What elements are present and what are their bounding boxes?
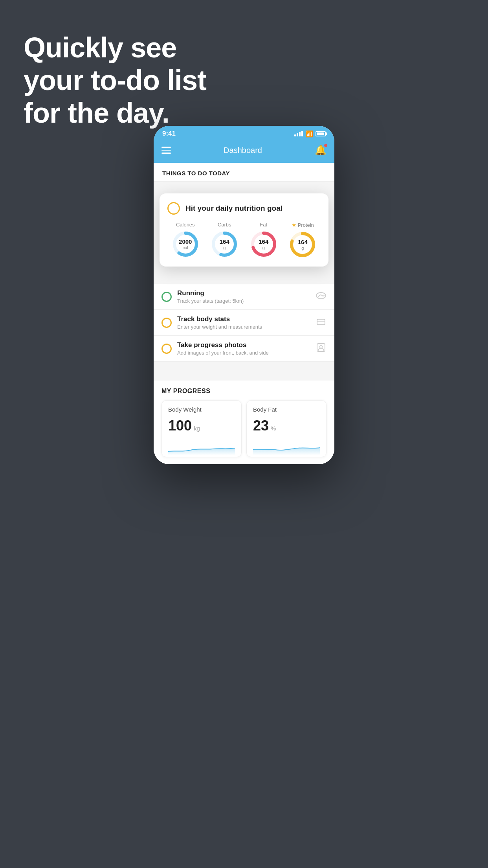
- person-icon: [316, 342, 327, 355]
- todo-title-photos: Take progress photos: [177, 341, 310, 349]
- notification-button[interactable]: 🔔: [315, 145, 327, 156]
- task-circle-nutrition: [167, 202, 180, 215]
- fat-donut: 164 g: [250, 230, 278, 258]
- status-icons: 📶: [294, 130, 326, 138]
- spacer: [154, 362, 334, 376]
- phone-frame: 9:41 📶 Dashboard 🔔: [154, 126, 334, 464]
- protein-donut: 164 g: [288, 230, 317, 259]
- todo-item-running[interactable]: Running Track your stats (target: 5km): [154, 284, 334, 310]
- nutrition-card: Hit your daily nutrition goal Calories: [160, 193, 328, 267]
- body-fat-unit: %: [271, 425, 276, 432]
- nutrition-card-title: Hit your daily nutrition goal: [185, 204, 283, 213]
- carbs-donut: 164 g: [210, 230, 238, 258]
- progress-section-title: MY PROGRESS: [161, 388, 327, 395]
- star-icon: ★: [292, 222, 297, 228]
- todo-list: Running Track your stats (target: 5km) T…: [154, 284, 334, 362]
- app-header: Dashboard 🔔: [154, 140, 334, 163]
- wifi-icon: 📶: [305, 130, 313, 138]
- nutrition-carbs: Carbs 164 g: [210, 222, 238, 259]
- status-time: 9:41: [162, 130, 176, 138]
- body-fat-value: 23: [253, 417, 269, 434]
- hero-text: Quickly see your to-do list for the day.: [24, 31, 206, 129]
- body-weight-label: Body Weight: [168, 406, 235, 413]
- body-weight-value: 100: [168, 417, 192, 434]
- fat-sparkline: [253, 440, 320, 455]
- calories-donut: 2000 cal: [171, 230, 200, 258]
- status-bar: 9:41 📶: [154, 126, 334, 140]
- things-to-do-header: THINGS TO DO TODAY: [154, 163, 334, 182]
- todo-title-body-stats: Track body stats: [177, 315, 310, 323]
- todo-subtitle-running: Track your stats (target: 5km): [177, 298, 310, 304]
- nutrition-calories: Calories 2000 cal: [171, 222, 200, 259]
- todo-subtitle-body-stats: Enter your weight and measurements: [177, 324, 310, 330]
- nutrition-goals: Calories 2000 cal: [167, 222, 321, 259]
- signal-icon: [294, 131, 303, 136]
- todo-circle-photos: [161, 344, 172, 354]
- menu-button[interactable]: [161, 147, 171, 154]
- progress-card-fat: Body Fat 23 %: [246, 400, 327, 457]
- notification-badge: [324, 143, 328, 147]
- todo-item-photos[interactable]: Take progress photos Add images of your …: [154, 336, 334, 362]
- body-fat-label: Body Fat: [253, 406, 320, 413]
- svg-point-12: [320, 345, 323, 348]
- scale-icon: [316, 316, 327, 329]
- nutrition-fat: Fat 164 g: [250, 222, 278, 259]
- todo-item-body-stats[interactable]: Track body stats Enter your weight and m…: [154, 310, 334, 336]
- weight-sparkline: [168, 440, 235, 455]
- battery-icon: [316, 131, 326, 136]
- content-area: THINGS TO DO TODAY Hit your daily nutrit…: [154, 163, 334, 464]
- svg-rect-9: [317, 319, 325, 325]
- progress-cards: Body Weight 100 kg: [161, 400, 327, 457]
- progress-section: MY PROGRESS Body Weight 100 kg: [154, 381, 334, 464]
- todo-subtitle-photos: Add images of your front, back, and side: [177, 350, 310, 356]
- header-title: Dashboard: [224, 146, 262, 155]
- todo-circle-body-stats: [161, 318, 172, 328]
- body-weight-unit: kg: [194, 425, 200, 432]
- progress-card-weight: Body Weight 100 kg: [161, 400, 242, 457]
- todo-circle-running: [161, 292, 172, 302]
- nutrition-protein: ★ Protein 164 g: [288, 222, 317, 259]
- running-icon: [316, 290, 327, 303]
- todo-title-running: Running: [177, 289, 310, 297]
